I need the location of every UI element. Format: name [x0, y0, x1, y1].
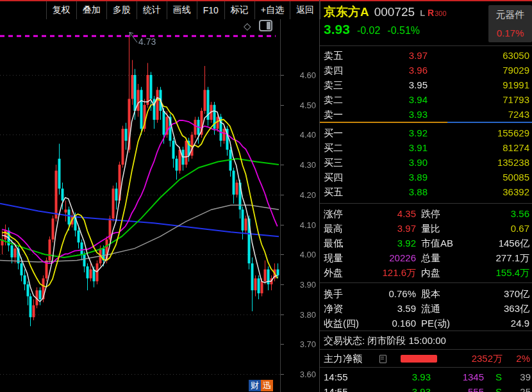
- level-volume: 36392: [503, 184, 529, 199]
- main-force-row[interactable]: 主力净额 2352万 2%: [320, 351, 532, 366]
- diamond-marker-icon[interactable]: ◇: [244, 20, 251, 32]
- axis-tick: [281, 344, 284, 345]
- stock-app-window: 复权叠加多股统计画线F10标记+自选返回 ◇ 财迅 4.604.504.404.…: [0, 0, 532, 392]
- level-price: 3.95: [320, 78, 428, 92]
- stat-label: PE(动): [421, 316, 450, 331]
- level-volume: 50085: [503, 170, 529, 184]
- tick-row[interactable]: 14:553.93555S25: [320, 384, 532, 392]
- level-price: 3.91: [320, 140, 428, 155]
- stat-value: 277.1万: [495, 250, 529, 265]
- buy-row-1[interactable]: 买一3.92155629: [320, 126, 532, 140]
- sector-change: 0.17%: [488, 28, 532, 38]
- kline-chart[interactable]: [0, 19, 280, 392]
- level-price: 3.88: [320, 184, 428, 199]
- stock-code: 000725: [374, 5, 415, 19]
- broker-watermark: 财迅: [249, 380, 273, 391]
- divider: [320, 367, 532, 368]
- stat-row: 现量20226总量277.1万: [320, 250, 532, 265]
- stat-label: 跌停: [421, 206, 440, 221]
- stat-value: 363亿: [504, 301, 529, 316]
- divider: [320, 45, 532, 46]
- toolbar-item-画线[interactable]: 画线: [167, 1, 197, 19]
- tick-count: 25: [520, 384, 531, 392]
- level-price: 3.89: [320, 170, 428, 184]
- price-change-pct: -0.51%: [387, 25, 420, 37]
- level-price: 3.94: [320, 92, 428, 107]
- divider: [320, 282, 532, 283]
- axis-tick: [281, 254, 284, 255]
- buy-row-5[interactable]: 买五3.8836392: [320, 184, 532, 199]
- axis-tick: [281, 284, 284, 285]
- toolbar-item-统计[interactable]: 统计: [137, 1, 167, 19]
- sell-row-4[interactable]: 卖二3.9471793: [320, 92, 532, 107]
- stat-row: 最低3.92市值AB1456亿: [320, 236, 532, 250]
- axis-tick: [281, 314, 284, 315]
- trade-status: 交易状态: 闭市阶段 15:00:00: [324, 334, 446, 348]
- flag-index-300: 300: [435, 10, 446, 17]
- level-price: 3.97: [320, 48, 428, 63]
- stat-value: 3.59: [320, 301, 416, 316]
- level-price: 3.96: [320, 63, 428, 78]
- stat-label: 股本: [421, 286, 440, 301]
- toolbar-item-复权[interactable]: 复权: [46, 1, 76, 19]
- price-axis: 4.604.504.404.304.204.104.003.903.803.70…: [280, 19, 320, 392]
- panel-toggle-icon[interactable]: [259, 20, 272, 31]
- quote-panel: 京东方A 000725 L R 300 元器件 0.17% 3.93 -0.02…: [320, 0, 532, 392]
- divider: [320, 331, 532, 331]
- axis-label: 4.40: [300, 130, 316, 140]
- stat-value: 1456亿: [499, 236, 529, 250]
- stat-label: 市值AB: [421, 236, 453, 250]
- price-change: -0.02: [357, 25, 380, 37]
- axis-label: 3.80: [300, 309, 316, 319]
- stock-name[interactable]: 京东方A: [324, 4, 369, 20]
- axis-tick: [281, 225, 284, 225]
- sell-row-5[interactable]: 卖一3.937243: [320, 107, 532, 122]
- divider: [320, 203, 532, 204]
- ratio-buy-segment: [320, 122, 447, 123]
- tick-volume: 1345: [320, 370, 484, 384]
- toolbar-item-F10[interactable]: F10: [197, 1, 224, 19]
- chart-toolbar: 复权叠加多股统计画线F10标记+自选返回: [0, 1, 320, 19]
- stat-label: 总量: [421, 250, 440, 265]
- level-volume: 81274: [503, 140, 529, 155]
- stat-label: 量比: [421, 221, 440, 236]
- axis-tick: [281, 135, 284, 135]
- sell-row-1[interactable]: 卖五3.9763050: [320, 48, 532, 63]
- axis-tick: [281, 195, 284, 195]
- watermark-glyph: 财: [249, 380, 261, 391]
- sector-name: 元器件: [488, 9, 532, 21]
- stat-value: 370亿: [504, 286, 529, 301]
- buy-sell-ratio-bar: [320, 122, 532, 123]
- level-volume: 7243: [508, 107, 529, 122]
- toolbar-item-标记[interactable]: 标记: [224, 1, 254, 19]
- level-volume: 135238: [497, 155, 529, 170]
- level-price: 3.92: [320, 126, 428, 140]
- tick-side: S: [495, 370, 502, 384]
- axis-label: 4.60: [300, 70, 316, 80]
- sell-row-2[interactable]: 卖四3.9679029: [320, 63, 532, 78]
- axis-tick: [281, 75, 284, 76]
- buy-row-2[interactable]: 买二3.9181274: [320, 140, 532, 155]
- stat-label: 流通: [421, 301, 440, 316]
- toolbar-item-+自选[interactable]: +自选: [254, 1, 290, 19]
- main-force-amount: 2352万: [320, 351, 503, 366]
- toolbar-item-多股[interactable]: 多股: [106, 1, 137, 19]
- level-price: 3.90: [320, 155, 428, 170]
- axis-label: 4.30: [300, 160, 316, 170]
- stat-value: 3.97: [320, 221, 416, 236]
- toolbar-item-叠加[interactable]: 叠加: [76, 1, 106, 19]
- stat-value: 121.6万: [320, 265, 416, 280]
- price-header: 3.93 -0.02 -0.51%: [324, 22, 420, 37]
- sell-row-3[interactable]: 卖三3.9591991: [320, 78, 532, 92]
- stat-row: 收益(四)0.160PE(动)24.9: [320, 316, 532, 331]
- level-volume: 79029: [503, 63, 529, 78]
- buy-row-4[interactable]: 买四3.8950085: [320, 170, 532, 184]
- stat-row: 涨停4.35跌停3.56: [320, 206, 532, 221]
- stat-value: 3.56: [511, 206, 529, 221]
- axis-label: 4.50: [300, 100, 316, 110]
- buy-row-3[interactable]: 买三3.90135238: [320, 155, 532, 170]
- axis-label: 3.70: [300, 339, 316, 349]
- tick-row[interactable]: 14:553.931345S39: [320, 370, 532, 384]
- toolbar-item-返回[interactable]: 返回: [290, 1, 320, 19]
- sector-box[interactable]: 元器件 0.17%: [488, 5, 532, 42]
